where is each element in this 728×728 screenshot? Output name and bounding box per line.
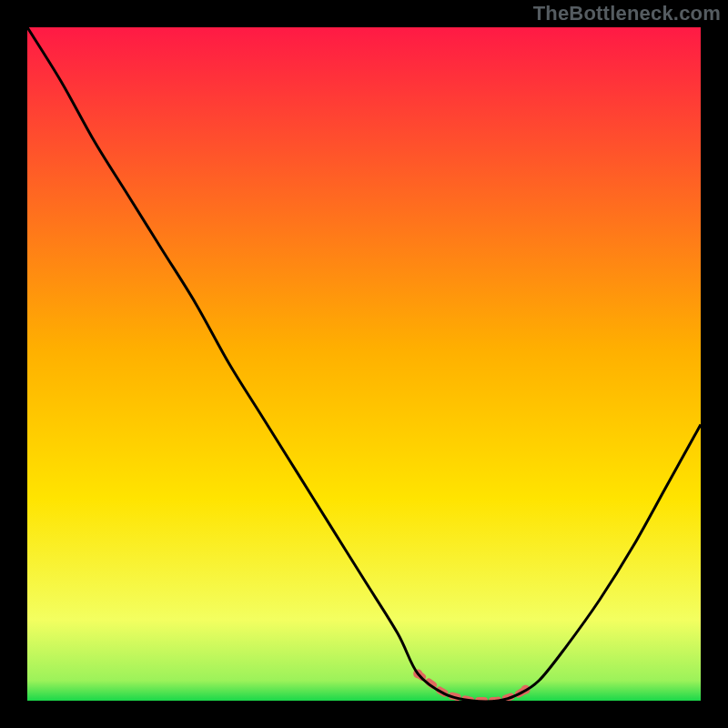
plot-area: [27, 27, 701, 701]
chart-frame: TheBottleneck.com: [0, 0, 728, 728]
bottleneck-chart: [27, 27, 701, 701]
watermark-text: TheBottleneck.com: [533, 2, 721, 25]
